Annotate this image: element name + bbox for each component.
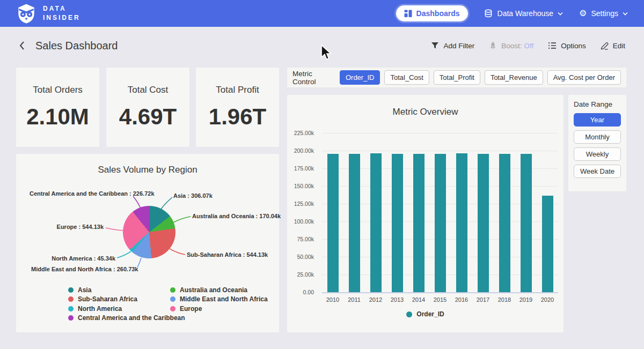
bar-2014[interactable] (413, 154, 425, 292)
date-range-year-button[interactable]: Year (574, 113, 621, 127)
boost-value: Off (524, 42, 533, 50)
pie-legend-item-central-america[interactable]: Central America and the Caribbean (68, 314, 185, 323)
bar-2018[interactable] (499, 154, 510, 292)
kpi-card-total-profit: Total Profit 1.96T (196, 68, 279, 147)
pie-label-australia-oceania: Australia and Oceania : 170.04k (192, 213, 281, 219)
legend-dot-europe (170, 306, 175, 311)
kpi-card-total-cost: Total Cost 4.69T (106, 68, 189, 147)
owl-logo-icon (16, 3, 36, 24)
pie-legend-item-sub-saharan-africa[interactable]: Sub-Saharan Africa (68, 295, 185, 305)
metric-option-avg-cost-per-order[interactable]: Avg. Cost per Order (547, 70, 621, 85)
date-range-week-date-button[interactable]: Week Date (574, 165, 621, 178)
add-filter-button[interactable]: Add Filter (431, 42, 474, 50)
bar-chart-x-axis: 2010201120122013201420152016201720182019… (322, 296, 558, 303)
bar-column (472, 133, 494, 292)
x-axis-tick: 2020 (537, 296, 558, 303)
pie-legend-item-europe[interactable]: Europe (170, 304, 268, 314)
pie-legend-item-asia[interactable]: Asia (68, 285, 185, 295)
legend-dot-sub-saharan-africa (68, 296, 74, 302)
bar-column (408, 133, 429, 292)
kpi-label: Total Cost (128, 85, 169, 95)
pie-chart[interactable] (123, 206, 175, 258)
pie-label-europe: Europe : 544.13k (38, 224, 104, 230)
metric-option-total-revenue[interactable]: Total_Revenue (485, 70, 543, 85)
database-icon (484, 9, 493, 18)
y-axis-tick: 125.00k (294, 201, 314, 207)
pie-label-north-america: North America : 45.34k (38, 255, 115, 262)
x-axis-tick: 2019 (515, 296, 537, 303)
pie-legend-item-australia-oceania[interactable]: Australia and Oceania (170, 285, 268, 295)
y-axis-tick: 175.00k (294, 165, 314, 172)
y-axis-tick: 50.00k (297, 254, 314, 260)
top-navbar: DATA INSIDER Dashboards Da (0, 0, 644, 27)
bar-2012[interactable] (370, 153, 382, 292)
x-axis-tick: 2018 (494, 296, 515, 303)
x-axis-tick: 2015 (429, 296, 451, 303)
bar-chart-bars (322, 133, 558, 292)
metric-overview-chart-card: Metric Overview 225.00k200.00k175.00k150… (287, 95, 564, 332)
chevron-down-icon (558, 12, 563, 16)
back-button[interactable] (19, 41, 25, 50)
kpi-value: 2.10M (26, 104, 89, 130)
bar-column (343, 133, 365, 292)
bar-column (515, 133, 537, 292)
pie-label-middle-east-north-africa: Middle East and North Africa : 260.73k (31, 266, 134, 272)
y-axis-tick: 200.00k (294, 147, 314, 154)
settings-label: Settings (591, 9, 618, 18)
legend-dot-central-america (68, 315, 74, 321)
metric-control-bar: Metric Control Order_ID Total_Cost Total… (287, 68, 626, 87)
gear-icon: ⚙ (579, 9, 587, 18)
bar-column (386, 133, 408, 292)
y-axis-tick: 150.00k (294, 183, 314, 189)
x-axis-tick: 2016 (451, 296, 472, 303)
filter-funnel-icon (431, 42, 439, 49)
y-axis-tick: 100.00k (294, 218, 314, 225)
bar-2017[interactable] (478, 154, 489, 292)
x-axis-tick: 2017 (472, 296, 494, 303)
y-axis-tick: 225.00k (294, 130, 314, 136)
x-axis-tick: 2013 (386, 296, 408, 303)
metric-option-total-profit[interactable]: Total_Profit (434, 70, 480, 85)
legend-dot-middle-east-north-africa (170, 296, 175, 302)
x-axis-tick: 2010 (322, 296, 343, 303)
bar-2020[interactable] (542, 196, 553, 292)
bar-column (451, 133, 472, 292)
boost-toggle[interactable]: Boost: Off (489, 42, 533, 50)
options-button[interactable]: Options (548, 42, 586, 50)
bar-chart-legend-item[interactable]: Order_ID (287, 310, 564, 318)
settings-menu[interactable]: ⚙ Settings (579, 9, 628, 18)
date-range-monthly-button[interactable]: Monthly (574, 130, 621, 144)
bar-2019[interactable] (521, 154, 532, 292)
bar-chart-y-axis: 225.00k200.00k175.00k150.00k125.00k100.0… (287, 133, 318, 292)
metric-option-order-id[interactable]: Order_ID (340, 70, 380, 85)
edit-button[interactable]: Edit (601, 42, 625, 50)
pie-legend-item-north-america[interactable]: North America (68, 304, 185, 314)
metric-option-total-cost[interactable]: Total_Cost (384, 70, 429, 85)
page-title: Sales Dashboard (35, 40, 118, 52)
date-range-label: Date Range (574, 100, 621, 108)
bar-column (494, 133, 515, 292)
date-range-weekly-button[interactable]: Weekly (574, 147, 621, 161)
dashboards-button[interactable]: Dashboards (396, 5, 468, 21)
brand-line1: DATA (43, 4, 80, 13)
y-axis-tick: 75.00k (297, 236, 314, 242)
legend-dot-north-america (68, 306, 74, 311)
pie-label-central-america: Central America and the Caribbean : 226.… (30, 190, 130, 197)
bar-column (365, 133, 386, 292)
dashboards-grid-icon (404, 10, 412, 18)
pie-label-asia: Asia : 306.07k (173, 192, 213, 199)
legend-dot-asia (68, 287, 74, 293)
bar-2015[interactable] (435, 154, 446, 292)
bar-2010[interactable] (327, 154, 339, 292)
bar-2013[interactable] (392, 154, 403, 292)
bar-chart-title: Metric Overview (287, 107, 564, 117)
bar-2011[interactable] (349, 154, 360, 292)
pie-legend-item-middle-east-north-africa[interactable]: Middle East and North Africa (170, 295, 268, 305)
page-header: Sales Dashboard Add Filter Boost: Off (0, 27, 644, 64)
bar-2016[interactable] (456, 153, 467, 292)
kpi-value: 1.96T (209, 104, 266, 130)
rocket-icon (489, 42, 497, 50)
data-warehouse-menu[interactable]: Data Warehouse (484, 9, 564, 18)
kpi-label: Total Profit (216, 85, 259, 95)
boost-label: Boost: (501, 42, 522, 50)
